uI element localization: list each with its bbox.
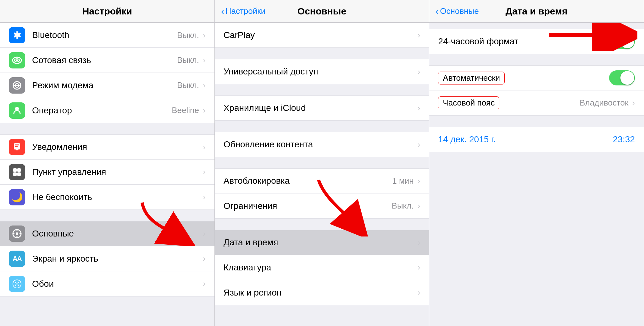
notifications-label: Уведомления: [32, 142, 203, 152]
language-chevron: ›: [418, 288, 420, 297]
autolock-label: Автоблокировка: [224, 176, 392, 186]
auto-toggle[interactable]: [609, 70, 635, 85]
datetime-panel: ‹ Основные Дата и время 24-часовой форма…: [429, 0, 644, 326]
settings-item-dnd[interactable]: 🌙 Не беспокоить ›: [0, 185, 214, 210]
accessibility-label: Универсальный доступ: [224, 67, 418, 77]
svg-point-7: [15, 107, 19, 111]
general-group3: Хранилище и iCloud ›: [215, 95, 429, 121]
datetime-list: 24-часовой формат Автоматически: [429, 23, 644, 326]
general-item-keyboard[interactable]: Клавиатура ›: [215, 255, 429, 280]
general-icon: [9, 225, 25, 242]
general-item-content-update[interactable]: Обновление контента ›: [215, 132, 429, 157]
keyboard-chevron: ›: [418, 263, 420, 272]
restrictions-label: Ограничения: [224, 201, 392, 211]
notifications-icon: [9, 139, 25, 155]
format-label: 24-часовой формат: [438, 36, 609, 46]
bluetooth-chevron: ›: [203, 30, 206, 40]
datetime-label: Дата и время: [224, 237, 418, 247]
general-panel: ‹ Настройки Основные CarPlay › Универсал…: [215, 0, 430, 326]
separator-2: [0, 210, 214, 221]
general-item-restrictions[interactable]: Ограничения Выкл. ›: [215, 193, 429, 219]
svg-point-26: [18, 285, 19, 286]
svg-rect-9: [15, 144, 19, 145]
wallpaper-icon: [9, 276, 25, 292]
general-label: Основные: [32, 229, 203, 239]
timezone-label: Часовой пояс: [438, 96, 499, 109]
general-item-accessibility[interactable]: Универсальный доступ ›: [215, 59, 429, 84]
wallpaper-chevron: ›: [203, 279, 206, 289]
wallpaper-label: Обои: [32, 279, 203, 289]
general-back-label: Настройки: [225, 6, 266, 16]
datetime-title: Дата и время: [506, 6, 568, 17]
modem-chevron: ›: [203, 80, 206, 90]
dnd-icon: 🌙: [9, 189, 25, 205]
datetime-header: ‹ Основные Дата и время: [429, 0, 644, 23]
bluetooth-value: Выкл.: [177, 30, 199, 40]
datetime-back-arrow-icon: ‹: [436, 6, 439, 17]
general-chevron: ›: [203, 229, 206, 239]
timezone-row: Часовой пояс Владивосток ›: [429, 90, 644, 116]
general-group1: CarPlay ›: [215, 23, 429, 48]
display-chevron: ›: [203, 254, 206, 264]
autolock-chevron: ›: [418, 176, 420, 186]
general-title: Основные: [297, 6, 346, 17]
svg-point-27: [16, 283, 18, 285]
notifications-chevron: ›: [203, 142, 206, 152]
settings-item-wallpaper[interactable]: Обои ›: [0, 271, 214, 296]
mid-separator-5: [215, 219, 429, 230]
date-time-display-row[interactable]: 14 дек. 2015 г. 23:32: [429, 127, 644, 152]
carplay-label: CarPlay: [224, 30, 418, 40]
settings-item-general[interactable]: Основные ›: [0, 221, 214, 246]
mid-separator-4: [215, 157, 429, 168]
settings-panel: Настройки ✱ Bluetooth Выкл. ›: [0, 0, 215, 326]
general-item-icloud[interactable]: Хранилище и iCloud ›: [215, 95, 429, 121]
general-item-datetime[interactable]: Дата и время ›: [215, 230, 429, 255]
cellular-chevron: ›: [203, 55, 206, 65]
auto-toggle-knob: [620, 71, 634, 85]
general-back-arrow-icon: ‹: [221, 6, 224, 17]
settings-item-bluetooth[interactable]: ✱ Bluetooth Выкл. ›: [0, 23, 214, 48]
control-chevron: ›: [203, 167, 206, 177]
settings-item-cellular[interactable]: Сотовая связь Выкл. ›: [0, 48, 214, 73]
general-item-autolock[interactable]: Автоблокировка 1 мин ›: [215, 168, 429, 193]
keyboard-label: Клавиатура: [224, 263, 418, 273]
svg-point-2: [16, 59, 18, 61]
settings-header: Настройки: [0, 0, 214, 23]
datetime-chevron: ›: [418, 238, 420, 247]
settings-item-display[interactable]: AA Экран и яркость ›: [0, 246, 214, 271]
restrictions-chevron: ›: [418, 201, 420, 211]
settings-group-notifications: Уведомления › Пункт управления › 🌙: [0, 134, 214, 210]
cellular-value: Выкл.: [177, 55, 199, 65]
settings-group-connectivity: ✱ Bluetooth Выкл. › Сотовая связь Выкл. …: [0, 23, 214, 123]
bluetooth-label: Bluetooth: [32, 30, 177, 40]
cellular-icon: [9, 52, 25, 68]
general-group4: Обновление контента ›: [215, 132, 429, 157]
general-back-button[interactable]: ‹ Настройки: [221, 6, 266, 17]
mid-separator-2: [215, 84, 429, 95]
display-icon: AA: [9, 251, 25, 267]
icloud-chevron: ›: [418, 103, 420, 113]
svg-point-16: [16, 232, 18, 235]
bluetooth-icon: ✱: [9, 27, 25, 43]
datetime-back-button[interactable]: ‹ Основные: [436, 6, 479, 17]
settings-item-operator[interactable]: Оператор Beeline ›: [0, 98, 214, 123]
auto-row: Автоматически: [429, 65, 644, 90]
general-group5: Автоблокировка 1 мин › Ограничения Выкл.…: [215, 168, 429, 219]
format-toggle[interactable]: [609, 34, 635, 49]
control-center-icon: [9, 164, 25, 180]
svg-point-23: [15, 282, 16, 283]
right-separator-1: [429, 54, 644, 65]
general-item-language[interactable]: Язык и регион ›: [215, 280, 429, 305]
settings-item-modem[interactable]: Режим модема Выкл. ›: [0, 73, 214, 98]
svg-rect-10: [15, 146, 18, 147]
svg-point-25: [15, 285, 16, 286]
general-item-carplay[interactable]: CarPlay ›: [215, 23, 429, 48]
control-label: Пункт управления: [32, 167, 203, 177]
svg-point-24: [18, 282, 19, 283]
operator-icon: [9, 102, 25, 119]
settings-item-control-center[interactable]: Пункт управления ›: [0, 160, 214, 185]
mid-separator-1: [215, 48, 429, 59]
format-row: 24-часовой формат: [429, 29, 644, 54]
settings-item-notifications[interactable]: Уведомления ›: [0, 134, 214, 160]
format-toggle-knob: [620, 35, 634, 48]
